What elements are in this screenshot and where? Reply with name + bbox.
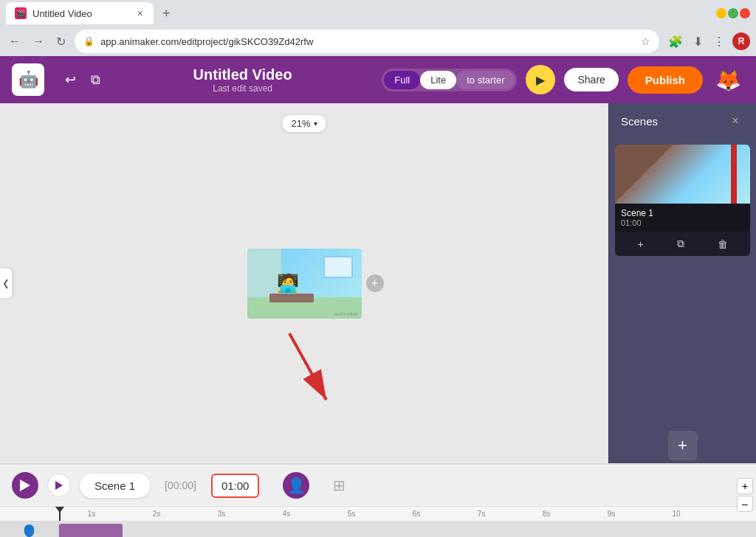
video-title: Untitled Video xyxy=(112,66,373,83)
play-icon xyxy=(20,479,30,491)
scene-actions: + ⧉ 🗑 xyxy=(615,232,750,256)
mascot-image: 🦊 xyxy=(715,68,741,92)
downloads-button[interactable]: ⬇ xyxy=(690,32,706,52)
mascot-icon: 🦊 xyxy=(712,63,744,96)
time-start: [00:00] xyxy=(159,477,202,494)
maximize-button[interactable] xyxy=(728,8,738,18)
user-avatar[interactable]: R xyxy=(732,32,750,50)
avatar-person-icon: 👤 xyxy=(287,477,306,494)
scene-desk xyxy=(269,294,314,302)
scene-window xyxy=(323,256,353,278)
scenes-panel-title: Scenes xyxy=(621,115,658,128)
timeline-play-button[interactable] xyxy=(12,472,38,499)
add-scene-canvas-button[interactable]: + xyxy=(366,274,384,292)
app-header: 🤖 ▾ ↩ ⧉ Untitled Video Last edit saved F… xyxy=(0,56,756,103)
refresh-button[interactable]: ↻ xyxy=(53,32,69,52)
timeline-track-label: 👤 xyxy=(0,521,59,537)
playhead-triangle xyxy=(55,507,64,513)
scene-character: 🧑‍💻 xyxy=(277,273,299,294)
scenes-list: Scene 1 01:00 + ⧉ 🗑 xyxy=(609,139,756,428)
browser-titlebar: 🎬 Untitled Video × + xyxy=(0,0,756,27)
timeline-track xyxy=(59,521,756,537)
extensions-button[interactable]: 🧩 xyxy=(665,32,686,52)
add-scene-button[interactable]: + xyxy=(668,431,698,460)
tab-favicon: 🎬 xyxy=(15,7,27,19)
time-duration[interactable]: 01:00 xyxy=(211,474,260,498)
logo-icon: 🤖 xyxy=(18,70,38,89)
logo-dropdown-arrow[interactable]: ▾ xyxy=(49,75,53,85)
ruler-mark-6s: 6s xyxy=(384,510,449,518)
mode-selector: Full Lite to starter xyxy=(382,69,517,91)
ruler-mark-5s: 5s xyxy=(319,510,384,518)
publish-button[interactable]: Publish xyxy=(628,66,703,94)
new-tab-button[interactable]: + xyxy=(157,3,176,24)
arrow-indicator xyxy=(275,326,363,422)
window-controls xyxy=(716,8,750,18)
scene-thumbnail-1[interactable]: Scene 1 01:00 + ⧉ 🗑 xyxy=(615,145,750,256)
scene-label: Scene 1 xyxy=(80,474,150,498)
play-icon: ▶ xyxy=(536,73,545,87)
scene-thumb-image xyxy=(615,145,750,204)
scenes-panel-close-button[interactable]: × xyxy=(726,112,744,130)
timeline-playhead xyxy=(59,507,61,521)
zoom-controls: + – xyxy=(734,475,756,515)
menu-button[interactable]: ⋮ xyxy=(710,32,728,52)
zoom-dropdown-icon: ▾ xyxy=(314,119,317,128)
zoom-in-button[interactable]: + xyxy=(737,478,753,494)
header-title-area: Untitled Video Last edit saved xyxy=(112,66,373,94)
tab-title: Untitled Video xyxy=(32,8,130,19)
browser-tab[interactable]: 🎬 Untitled Video × xyxy=(6,2,154,24)
lock-icon: 🔒 xyxy=(83,36,94,46)
bookmark-icon[interactable]: ☆ xyxy=(641,35,650,47)
zoom-out-button[interactable]: – xyxy=(737,496,753,512)
scenes-panel-header: Scenes × xyxy=(609,103,756,139)
mode-lite-button[interactable]: Lite xyxy=(420,71,456,89)
app-logo[interactable]: 🤖 xyxy=(12,63,44,96)
ruler-mark-2s: 2s xyxy=(124,510,189,518)
scene-copy-button[interactable]: ⧉ xyxy=(676,236,686,252)
ruler-mark-4s: 4s xyxy=(254,510,319,518)
scene-thumb-time: 01:00 xyxy=(621,218,744,227)
ruler-mark-1s: 1s xyxy=(59,510,124,518)
forward-button[interactable]: → xyxy=(30,32,47,51)
zoom-control[interactable]: 21% ▾ xyxy=(282,115,326,132)
undo-button[interactable]: ↩ xyxy=(62,69,79,91)
timeline-clip[interactable] xyxy=(59,524,123,537)
scene-thumb-name: Scene 1 xyxy=(621,208,744,218)
address-bar[interactable]: 🔒 app.animaker.com/editproject/gikSKCO39… xyxy=(75,30,659,53)
mode-starter-button[interactable]: to starter xyxy=(456,71,515,89)
timeline-ruler: 1s 2s 3s 4s 5s 6s 7s 8s 9s 10 xyxy=(0,506,756,521)
scene-thumb-red-bar xyxy=(731,145,737,204)
scene-add-button[interactable]: + xyxy=(636,236,645,252)
back-button[interactable]: ← xyxy=(6,32,24,51)
canvas-area: ❮ 21% ▾ 🧑‍💻 animaker + xyxy=(0,103,608,463)
ruler-mark-8s: 8s xyxy=(514,510,579,518)
ruler-mark-3s: 3s xyxy=(189,510,254,518)
zoom-value: 21% xyxy=(291,118,310,129)
timeline-play-secondary-button[interactable] xyxy=(47,474,71,497)
play-secondary-icon xyxy=(55,481,63,490)
track-avatar-icon: 👤 xyxy=(20,524,38,537)
ruler-mark-9s: 9s xyxy=(579,510,644,518)
save-status: Last edit saved xyxy=(112,83,373,94)
timeline-area: Scene 1 [00:00] 01:00 👤 ⊞ 1s 2s 3s 4s 5s… xyxy=(0,463,756,537)
tab-close-icon[interactable]: × xyxy=(136,6,145,21)
copy-button[interactable]: ⧉ xyxy=(88,69,103,91)
url-text: app.animaker.com/editproject/gikSKCO39Zd… xyxy=(100,36,635,47)
timeline-scene-icon-button[interactable]: ⊞ xyxy=(333,477,346,494)
timeline-avatar-button[interactable]: 👤 xyxy=(283,472,309,499)
scene-delete-button[interactable]: 🗑 xyxy=(716,236,729,252)
ruler-marks-container: 1s 2s 3s 4s 5s 6s 7s 8s 9s 10 xyxy=(59,510,709,518)
left-panel-collapse-button[interactable]: ❮ xyxy=(0,268,12,298)
minimize-button[interactable] xyxy=(716,8,726,18)
share-button[interactable]: Share xyxy=(564,68,618,91)
mode-full-button[interactable]: Full xyxy=(384,71,420,89)
preview-play-button[interactable]: ▶ xyxy=(526,65,555,94)
preview-watermark: animaker xyxy=(334,311,359,317)
browser-right-icons: 🧩 ⬇ ⋮ R xyxy=(665,32,750,52)
ruler-mark-10: 10 xyxy=(644,510,709,518)
close-button[interactable] xyxy=(740,8,750,18)
scene-thumb-info: Scene 1 01:00 xyxy=(615,204,750,232)
ruler-mark-7s: 7s xyxy=(449,510,514,518)
scenes-panel: Scenes × Scene 1 01:00 + ⧉ 🗑 + xyxy=(608,103,756,463)
